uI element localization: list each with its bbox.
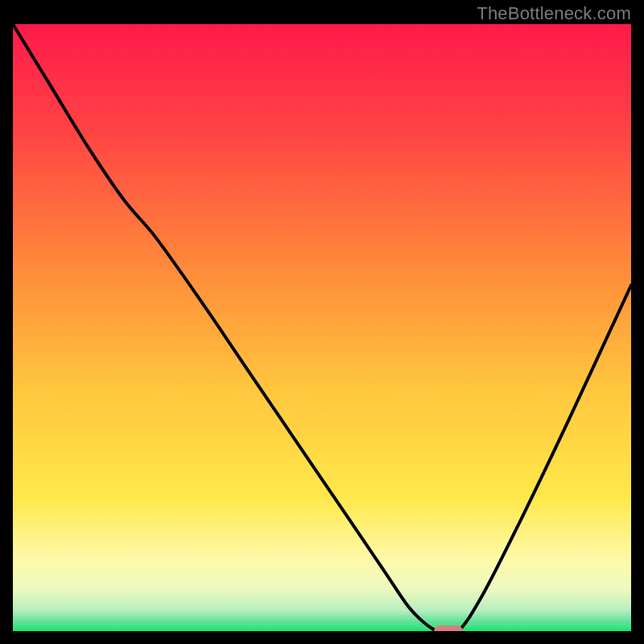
attribution-text: TheBottleneck.com bbox=[477, 3, 631, 24]
plot-area bbox=[13, 24, 631, 631]
optimal-marker bbox=[434, 625, 463, 631]
bottleneck-curve bbox=[13, 24, 631, 631]
frame: TheBottleneck.com bbox=[0, 0, 644, 644]
